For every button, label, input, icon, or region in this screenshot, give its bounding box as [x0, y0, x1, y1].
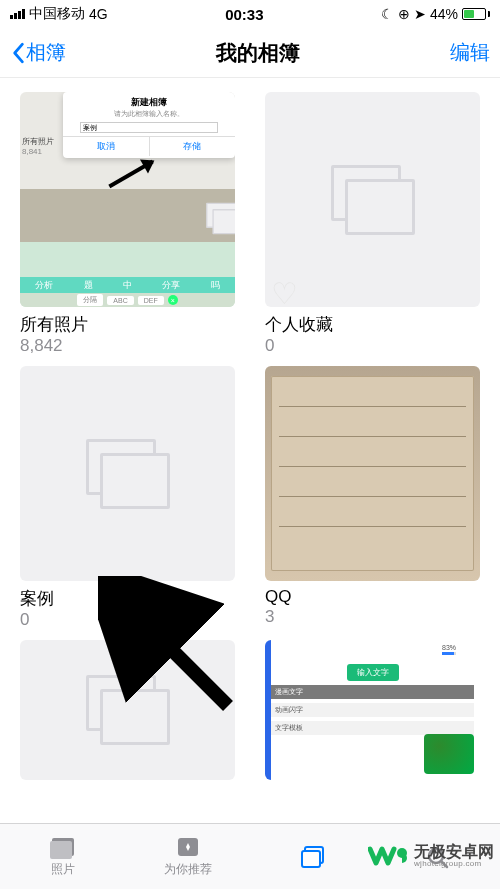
dialog-input: [80, 122, 218, 133]
tab-label: 照片: [51, 861, 75, 878]
arrow-icon: [108, 160, 153, 188]
album-thumb: ♡: [265, 92, 480, 307]
svg-rect-5: [302, 851, 320, 867]
battery-pct: 44%: [430, 6, 458, 22]
albums-icon: [299, 845, 327, 869]
watermark-logo-icon: [368, 841, 410, 871]
album-all-photos[interactable]: 所有照片 8,841 新建相簿 请为此相簿输入名称。 取消 存储 分析题中分享吗…: [20, 92, 235, 356]
input-text-button: 输入文字: [347, 664, 399, 681]
album-thumb: 83% 输入文字 漫画文字 动画闪字 文字模板: [265, 640, 480, 780]
edit-button[interactable]: 编辑: [450, 39, 490, 66]
watermark-cn: 无极安卓网: [414, 844, 494, 860]
album-favorites[interactable]: ♡ 个人收藏 0: [265, 92, 480, 356]
back-button[interactable]: 相簿: [10, 39, 66, 66]
tab-photos[interactable]: 照片: [0, 824, 125, 889]
foryou-icon: [174, 835, 202, 859]
album-title: 所有照片: [20, 313, 235, 336]
new-album-dialog: 新建相簿 请为此相簿输入名称。 取消 存储: [63, 92, 235, 158]
kbd-suggestion-bar: 分析题中分享吗: [20, 277, 235, 293]
stack-icon: [86, 675, 170, 745]
album-count: 0: [265, 336, 480, 356]
heart-icon: ♡: [271, 276, 298, 307]
network-label: 4G: [89, 6, 108, 22]
albums-grid: 所有照片 8,841 新建相簿 请为此相簿输入名称。 取消 存储 分析题中分享吗…: [0, 78, 500, 780]
album-unknown[interactable]: [20, 640, 235, 780]
album-qq[interactable]: QQ 3: [265, 366, 480, 630]
keyboard-row: 分隔ABCDEF×: [20, 293, 235, 307]
watermark-en: wjhotelgroup.com: [414, 860, 494, 868]
album-title: 个人收藏: [265, 313, 480, 336]
album-count: 3: [265, 607, 480, 627]
signal-icon: [10, 9, 25, 19]
tab-albums[interactable]: [250, 824, 375, 889]
watermark: 无极安卓网 wjhotelgroup.com: [366, 837, 496, 875]
album-app[interactable]: 83% 输入文字 漫画文字 动画闪字 文字模板: [265, 640, 480, 780]
lock-rotation-icon: ⊕: [398, 6, 410, 22]
album-thumb: [20, 640, 235, 780]
svg-rect-2: [50, 841, 72, 859]
dialog-cancel: 取消: [63, 137, 149, 156]
album-example[interactable]: 案例 0: [20, 366, 235, 630]
moon-icon: ☾: [381, 6, 394, 22]
tab-label: 为你推荐: [164, 861, 212, 878]
album-title: QQ: [265, 587, 480, 607]
album-count: 8,842: [20, 336, 235, 356]
status-bar: 中国移动 4G 00:33 ☾ ⊕ ➤ 44%: [0, 0, 500, 28]
chevron-left-icon: [10, 42, 26, 64]
nav-bar: 相簿 我的相簿 编辑: [0, 28, 500, 78]
leaf-image: [424, 734, 474, 774]
side-info: 所有照片 8,841: [22, 136, 54, 156]
album-thumb: [265, 366, 480, 581]
clock: 00:33: [225, 6, 263, 23]
photos-icon: [49, 835, 77, 859]
dialog-save: 存储: [149, 137, 236, 156]
stack-icon: [86, 439, 170, 509]
album-thumb: 所有照片 8,841 新建相簿 请为此相簿输入名称。 取消 存储 分析题中分享吗…: [20, 92, 235, 307]
battery-icon: [462, 8, 490, 20]
album-title: 案例: [20, 587, 235, 610]
stack-icon: [141, 187, 225, 257]
stack-icon: [331, 165, 415, 235]
location-icon: ➤: [414, 6, 426, 22]
tab-foryou[interactable]: 为你推荐: [125, 824, 250, 889]
carrier-label: 中国移动: [29, 5, 85, 23]
album-thumb: [20, 366, 235, 581]
page-title: 我的相簿: [216, 39, 300, 67]
back-label: 相簿: [26, 39, 66, 66]
album-count: 0: [20, 610, 235, 630]
